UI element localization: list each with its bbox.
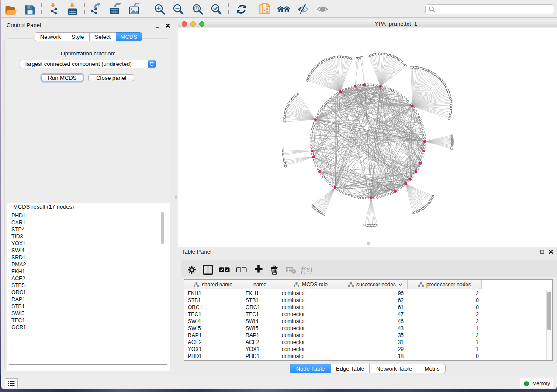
svg-text:f(x): f(x): [301, 265, 312, 275]
